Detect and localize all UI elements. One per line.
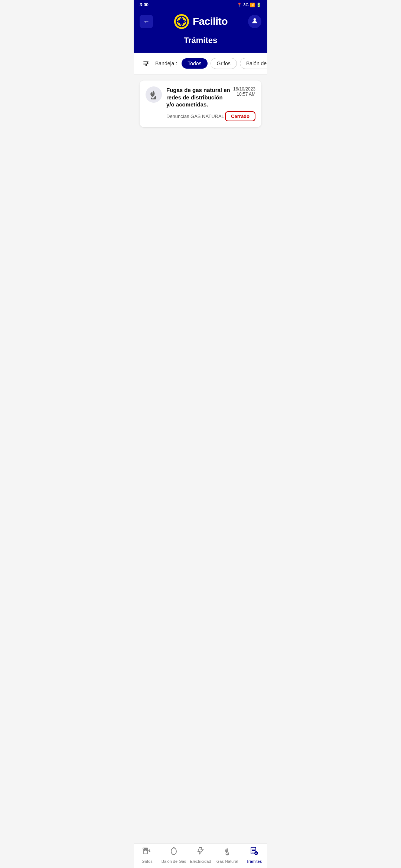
header: ← Facilito bbox=[134, 10, 267, 36]
status-signal-icons: 📍 3G 📶 🔋 bbox=[237, 3, 261, 7]
svg-point-8 bbox=[146, 64, 147, 65]
tramite-date: 16/10/2023 bbox=[233, 86, 255, 92]
page-title: Trámites bbox=[184, 36, 218, 45]
bandeja-label: Bandeja : bbox=[155, 60, 177, 66]
filter-lines-icon bbox=[142, 59, 150, 68]
page-title-bar: Trámites bbox=[134, 36, 267, 53]
filter-chip-balon[interactable]: Balón de Go bbox=[240, 58, 267, 69]
logo-icon bbox=[173, 13, 190, 30]
status-bar: 3:00 📍 3G 📶 🔋 bbox=[134, 0, 267, 10]
tramite-header-row: Fugas de gas natural en redes de distrib… bbox=[166, 86, 255, 108]
logo-container: Facilito bbox=[173, 13, 228, 30]
tramite-icon bbox=[146, 86, 162, 103]
tramite-footer-row: Denuncias GAS NATURAL Cerrado bbox=[166, 111, 255, 121]
svg-point-2 bbox=[179, 19, 184, 24]
back-button[interactable]: ← bbox=[140, 15, 153, 28]
status-time: 3:00 bbox=[140, 2, 149, 7]
main-content: Fugas de gas natural en redes de distrib… bbox=[134, 75, 267, 260]
filter-icon-button[interactable] bbox=[140, 57, 152, 70]
profile-button[interactable] bbox=[248, 15, 261, 28]
tramite-time: 10:57 AM bbox=[233, 92, 255, 97]
status-badge: Cerrado bbox=[225, 111, 255, 121]
svg-point-3 bbox=[254, 18, 256, 21]
logo-text: Facilito bbox=[193, 16, 228, 27]
tramite-card[interactable]: Fugas de gas natural en redes de distrib… bbox=[140, 80, 261, 127]
filter-bar: Bandeja : Todos Grifos Balón de Go bbox=[134, 53, 267, 75]
profile-icon bbox=[251, 17, 258, 26]
status-icons: 📍 3G 📶 🔋 bbox=[237, 3, 261, 7]
tramite-body: Fugas de gas natural en redes de distrib… bbox=[166, 86, 255, 121]
svg-point-7 bbox=[147, 62, 148, 63]
tramite-datetime: 16/10/2023 10:57 AM bbox=[233, 86, 255, 97]
filter-chip-grifos[interactable]: Grifos bbox=[211, 58, 237, 69]
back-arrow-icon: ← bbox=[143, 18, 150, 26]
tramite-title: Fugas de gas natural en redes de distrib… bbox=[166, 86, 230, 108]
tramite-category: Denuncias GAS NATURAL bbox=[166, 114, 224, 119]
filter-chip-todos[interactable]: Todos bbox=[182, 58, 207, 69]
